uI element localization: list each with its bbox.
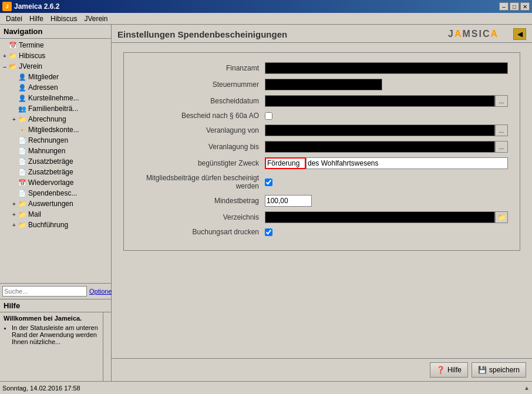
sidebar-item-zusatzbetraege1[interactable]: 📄 Zusatzbeträge	[0, 156, 111, 167]
sidebar-item-rechnungen[interactable]: 📄 Rechnungen	[0, 135, 111, 146]
scroll-track[interactable]	[103, 312, 111, 381]
sidebar-item-label: Zusatzbeträge	[28, 168, 73, 176]
sidebar-item-jverein[interactable]: – 📂 JVerein	[0, 61, 111, 72]
sidebar-item-kursteilnehmer[interactable]: 👤 Kursteilnehme...	[0, 93, 111, 103]
sidebar-item-mitgliedskonten[interactable]: ▪ Mitgliedskonte...	[0, 124, 111, 135]
zweck-label: begünstigter Zweck	[136, 159, 265, 167]
toggle-icon: –	[1, 63, 8, 70]
content-area: Einstellungen Spendenbescheinigungen JAM…	[112, 25, 532, 381]
menu-hilfe[interactable]: Hilfe	[26, 14, 47, 24]
sidebar-item-label: Buchführung	[28, 221, 68, 229]
sidebar-item-abrechnung[interactable]: + 📁 Abrechnung	[0, 114, 111, 124]
menu-hibiscus[interactable]: Hibiscus	[47, 14, 80, 24]
steuernummer-label: Steuernummer	[136, 80, 265, 89]
sidebar-item-wiedervorlage[interactable]: 📅 Wiedervorlage	[0, 177, 111, 188]
sidebar-item-auswertungen[interactable]: + 📁 Auswertungen	[0, 198, 111, 209]
buchungsart-checkbox[interactable]	[265, 228, 272, 236]
save-icon: 💾	[478, 366, 487, 374]
finanzamt-label: Finanzamt	[136, 64, 265, 72]
bescheiddatum-browse-button[interactable]: ...	[495, 95, 508, 107]
speichern-btn-label: speichern	[489, 366, 520, 374]
action-bar: ❓ Hilfe 💾 speichern	[112, 358, 532, 381]
user-icon: 👤	[18, 83, 27, 92]
search-input[interactable]	[2, 286, 87, 297]
mitgliedsbeitraege-checkbox[interactable]	[265, 179, 272, 186]
hilfe-section: Hilfe Willkommen bei Jameica. In der Sta…	[0, 299, 111, 381]
sidebar-item-label: Adressen	[28, 83, 58, 92]
window-title: Jameica 2.6.2	[14, 2, 59, 11]
minimize-button[interactable]: –	[499, 2, 509, 11]
title-bar: J Jameica 2.6.2 – □ ✕	[0, 0, 532, 13]
sidebar-item-buchfuehrung[interactable]: + 📁 Buchführung	[0, 220, 111, 230]
zweck-highlighted-input[interactable]	[265, 157, 306, 169]
veranlagung-von-browse-button[interactable]: ...	[495, 124, 508, 136]
sidebar-item-label: Zusatzbeträge	[28, 157, 73, 166]
main-layout: Navigation 📅 Termine + 📁 Hibiscus – 📂 JV…	[0, 25, 532, 381]
buchungsart-row: Buchungsart drucken	[136, 228, 508, 236]
sidebar-item-mail[interactable]: + 📁 Mail	[0, 209, 111, 220]
back-button[interactable]: ◀	[513, 28, 526, 40]
mindestbetrag-input[interactable]	[265, 195, 312, 207]
sidebar-item-label: Kursteilnehme...	[28, 94, 79, 102]
sidebar-item-mitglieder[interactable]: 👤 Mitglieder	[0, 72, 111, 82]
jameica-logo: JAMSICA	[448, 29, 499, 39]
folder-icon: 📁	[8, 51, 18, 60]
mindestbetrag-row: Mindestbetrag	[136, 195, 508, 207]
verzeichnis-browse-button[interactable]: 📁	[495, 211, 508, 223]
veranlagung-bis-label: Veranlagung bis	[136, 143, 265, 151]
sidebar-item-zusatzbetraege2[interactable]: 📄 Zusatzbeträge	[0, 167, 111, 177]
verzeichnis-label: Verzeichnis	[136, 213, 265, 221]
user-icon: 👤	[18, 72, 27, 82]
mindestbetrag-label: Mindestbetrag	[136, 197, 265, 205]
sidebar-item-adressen[interactable]: 👤 Adressen	[0, 82, 111, 93]
bescheid-paragraph-checkbox[interactable]	[265, 112, 272, 120]
menu-jverein[interactable]: JVerein	[80, 14, 111, 24]
zweck-rest-input[interactable]	[306, 157, 508, 169]
sidebar-item-label: Mitglieder	[28, 73, 59, 81]
sidebar-item-spendenbescheinigung[interactable]: 📄 Spendenbesc...	[0, 188, 111, 198]
bescheiddatum-input[interactable]	[265, 95, 495, 107]
header-right: JAMSICA ☆ ◀	[448, 28, 526, 40]
veranlagung-bis-input[interactable]	[265, 141, 495, 153]
folder-icon: 📁	[18, 220, 27, 230]
sidebar-item-label: Mail	[28, 210, 41, 218]
user-icon: 👤	[18, 93, 27, 103]
sidebar-item-label: Wiedervorlage	[28, 179, 73, 187]
document-icon: 📄	[18, 188, 27, 198]
finanzamt-row: Finanzamt	[136, 62, 508, 74]
folder-icon: 📁	[18, 199, 27, 208]
menu-datei[interactable]: Datei	[2, 14, 26, 24]
hilfe-button[interactable]: ❓ Hilfe	[430, 362, 468, 378]
buchungsart-label: Buchungsart drucken	[136, 228, 265, 236]
sidebar-item-mahnungen[interactable]: 📄 Mahnungen	[0, 146, 111, 156]
sidebar-item-label: Hibiscus	[19, 52, 45, 60]
sidebar-item-termine[interactable]: 📅 Termine	[0, 40, 111, 50]
speichern-button[interactable]: 💾 speichern	[472, 362, 526, 378]
steuernummer-input[interactable]	[265, 79, 382, 90]
calendar-icon: 📅	[8, 41, 18, 50]
menu-bar: Datei Hilfe Hibiscus JVerein	[0, 13, 532, 25]
hilfe-text: In der Statusleiste am unteren Rand der …	[12, 324, 107, 345]
veranlagung-bis-row: Veranlagung bis ...	[136, 141, 508, 153]
toggle-icon: +	[11, 116, 18, 123]
close-button[interactable]: ✕	[520, 2, 530, 11]
hilfe-btn-icon: ❓	[436, 366, 445, 374]
sidebar-tree[interactable]: 📅 Termine + 📁 Hibiscus – 📂 JVerein 👤 Mit…	[0, 39, 111, 283]
svg-text:J: J	[5, 4, 8, 9]
sidebar-item-label: Spendenbesc...	[28, 189, 77, 197]
verzeichnis-input[interactable]	[265, 211, 495, 223]
hilfe-header: Hilfe	[0, 299, 111, 312]
calendar-icon: 📅	[18, 178, 27, 187]
sidebar-item-familienbeitraege[interactable]: 👥 Familienbeiträ...	[0, 103, 111, 114]
sidebar-item-label: Auswertungen	[28, 200, 73, 208]
maximize-button[interactable]: □	[510, 2, 519, 11]
sidebar-item-hibiscus[interactable]: + 📁 Hibiscus	[0, 50, 111, 61]
scroll-arrow-icon[interactable]: ▲	[524, 385, 530, 391]
sidebar-item-label: JVerein	[19, 62, 42, 70]
veranlagung-von-input[interactable]	[265, 124, 495, 136]
steuernummer-row: Steuernummer	[136, 79, 508, 90]
finanzamt-input[interactable]	[265, 62, 508, 74]
favorite-button[interactable]: ☆	[502, 29, 510, 39]
app-icon: J	[2, 2, 12, 11]
veranlagung-bis-browse-button[interactable]: ...	[495, 141, 508, 153]
